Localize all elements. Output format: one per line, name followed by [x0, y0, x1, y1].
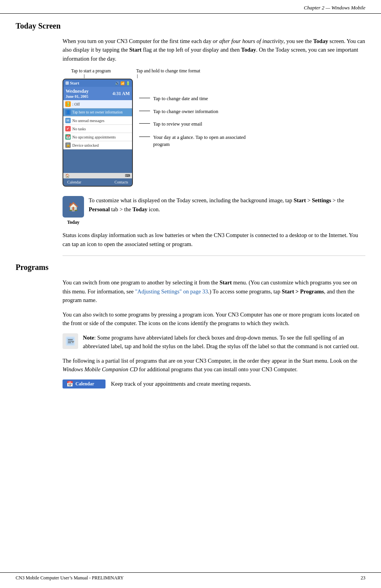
ann-text-1: Tap to change date and time [153, 95, 208, 102]
calendar-badge-label: Calendar [75, 381, 94, 387]
page-header: Chapter 2 — Windows Mobile [0, 0, 381, 14]
main-content: Today Screen When you turn on your CN3 C… [0, 14, 381, 404]
pencil-svg [65, 336, 76, 347]
annotation-email: Tap to review your email [139, 120, 250, 128]
appointments-row-text: No upcoming appointments [72, 135, 116, 139]
today-icon-box: 🏠 [63, 196, 84, 218]
phone-date: Wednesday June 01, 2005 [66, 88, 89, 99]
ann-dash-1 [139, 98, 150, 98]
adjusting-settings-link[interactable]: "Adjusting Settings" on page 33 [135, 288, 208, 295]
phone-time: 4:31 AM [113, 91, 130, 97]
annotation-owner: Tap to change owner information [139, 108, 250, 115]
owner-icon: 👤 [65, 110, 71, 115]
section-divider [63, 255, 365, 256]
calendar-icon: 📅 [66, 381, 73, 387]
phone-mockup: ⊞ Start 🔊 📶 🔋 Wednesday June 01, 2005 4:… [63, 79, 133, 187]
phone-taskbar: 🏠 ⌨ [63, 173, 132, 178]
ann-dash-4 [139, 137, 150, 137]
lock-icon: 🔓 [65, 142, 71, 148]
battery-row-text: : Off [72, 102, 80, 106]
top-label-1: Tap to start a program [71, 68, 111, 73]
calendar-program-item: 📅 Calendar Keep track of your appointmen… [63, 379, 365, 388]
page-footer: CN3 Mobile Computer User’s Manual - PREL… [0, 572, 381, 581]
lock-row-text: Device unlocked [72, 143, 98, 147]
phone-appointments-row: 📅 No upcoming appointments [63, 133, 132, 141]
top-label-2: Tap and hold to change time format [136, 68, 200, 73]
phone-wallpaper-area [63, 149, 132, 173]
phone-titlebar-icons: 🔊 📶 🔋 [115, 81, 130, 85]
tasks-row-text: No tasks [72, 127, 86, 131]
ann-text-3: Tap to review your email [153, 120, 202, 128]
programs-paragraph-2: You can also switch to some programs by … [63, 310, 365, 328]
today-customize-text: To customize what is displayed on the To… [89, 196, 365, 214]
calendar-badge: 📅 Calendar [63, 379, 106, 388]
ann-text-4: Your day at a glance. Tap to open an ass… [153, 134, 250, 148]
messages-row-text: No unread messages [72, 119, 104, 123]
right-annotations: Tap to change date and time Tap to chang… [133, 79, 250, 153]
today-icon-wrapper: 🏠 Today [63, 196, 84, 225]
footer-left: CN3 Mobile Computer User’s Manual - PREL… [16, 575, 123, 581]
wifi-icon: 📶 [120, 81, 125, 85]
tick-line-2 [137, 74, 138, 78]
annotation-glance: Your day at a glance. Tap to open an ass… [139, 134, 250, 148]
phone-lock-row: 🔓 Device unlocked [63, 141, 132, 149]
chapter-title: Chapter 2 — Windows Mobile [304, 5, 365, 11]
phone-battery-row: 🔋 : Off [63, 100, 132, 108]
softkey-contacts: Contacts [114, 180, 128, 184]
tasks-icon: ✔ [65, 126, 71, 131]
taskbar-icon: 🏠 [65, 174, 70, 178]
ann-text-2: Tap to change owner information [153, 108, 218, 115]
footer-page-number: 23 [361, 575, 365, 581]
appointments-icon: 📅 [65, 134, 71, 140]
figure-body: ⊞ Start 🔊 📶 🔋 Wednesday June 01, 2005 4:… [63, 79, 365, 187]
today-screen-figure: Tap to start a program Tap and hold to c… [63, 68, 365, 187]
programs-note-text: Note: Some programs have abbreviated lab… [83, 333, 365, 351]
phone-tasks-row: ✔ No tasks [63, 125, 132, 133]
today-screen-heading: Today Screen [16, 22, 365, 31]
programs-note-box: Note: Some programs have abbreviated lab… [63, 333, 365, 351]
phone-full-date: June 01, 2005 [66, 94, 89, 99]
owner-row-text: Tap here to set owner information [72, 110, 123, 114]
keyboard-icon: ⌨ [125, 174, 130, 178]
phone-date-row: Wednesday June 01, 2005 4:31 AM [63, 87, 132, 100]
programs-paragraph-1: You can switch from one program to anoth… [63, 278, 365, 304]
today-intro-paragraph: When you turn on your CN3 Computer for t… [63, 37, 365, 63]
phone-titlebar: ⊞ Start 🔊 📶 🔋 [63, 79, 132, 87]
programs-paragraph-3: The following is a partial list of progr… [63, 356, 365, 374]
annotation-date-time: Tap to change date and time [139, 95, 250, 102]
today-icon-label: Today [67, 219, 80, 225]
battery-icon-sm: 🔋 [126, 81, 130, 85]
battery-row-icon: 🔋 [65, 101, 71, 107]
softkey-calendar: Calendar [67, 180, 81, 184]
status-icons-paragraph: Status icons display information such as… [63, 231, 365, 248]
tick-line-1 [84, 74, 84, 78]
phone-day: Wednesday [66, 88, 89, 94]
figure-top-labels: Tap to start a program Tap and hold to c… [63, 68, 365, 73]
phone-softkeys: Calendar Contacts [63, 178, 132, 186]
phone-messages-row: ✉ No unread messages [63, 117, 132, 125]
ann-dash-3 [139, 123, 150, 124]
phone-start-label: ⊞ Start [65, 81, 79, 86]
today-customize-note: 🏠 Today To customize what is displayed o… [63, 196, 365, 225]
messages-icon: ✉ [65, 118, 71, 123]
house-icon: 🏠 [68, 202, 79, 212]
top-tick-lines [84, 74, 365, 78]
phone-owner-row: 👤 Tap here to set owner information [63, 108, 132, 117]
ann-dash-2 [139, 111, 150, 111]
speaker-icon: 🔊 [115, 81, 119, 85]
programs-heading: Programs [16, 263, 365, 272]
note-pencil-icon [63, 333, 78, 349]
calendar-description: Keep track of your appointments and crea… [111, 379, 251, 388]
